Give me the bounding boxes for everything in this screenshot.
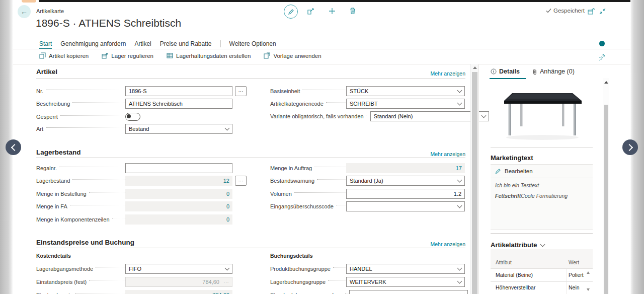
tab-artikel[interactable]: Artikel xyxy=(134,40,151,47)
product-image[interactable] xyxy=(498,82,586,143)
action-lager-regulieren[interactable]: Lager regulieren xyxy=(102,52,153,59)
pin-factbox-icon[interactable] xyxy=(598,53,606,61)
field-menge-in-fa: Menge in FA 0 xyxy=(36,201,247,211)
tab-genehmigung-anfordern[interactable]: Genehmigung anfordern xyxy=(60,40,126,47)
menge-in-auftrag-drilldown[interactable]: 17 xyxy=(346,163,465,173)
field-eingangsueberschusscode: Eingangsüberschusscode xyxy=(270,201,465,211)
attribute-row-name[interactable]: Material (Beine) xyxy=(496,272,533,278)
marketingtext-title: Marketingtext xyxy=(491,154,533,162)
factbox-tab-details[interactable]: Details xyxy=(491,68,520,75)
field-menge-in-auftrag: Menge in Auftrag 17 xyxy=(270,163,465,173)
share-button[interactable] xyxy=(307,8,315,15)
tab-start[interactable]: Start xyxy=(39,40,52,47)
basiseinheit-select[interactable]: STÜCK xyxy=(346,86,465,96)
artikelkategoriencode-select[interactable]: SCHREIBT xyxy=(346,99,465,109)
mehr-anzeigen-link-artikel[interactable]: Mehr anzeigen xyxy=(431,70,465,77)
attribute-row-value[interactable]: Nein xyxy=(569,284,580,290)
next-record-button[interactable] xyxy=(622,139,638,155)
open-in-window-button[interactable] xyxy=(588,8,595,15)
section-rule xyxy=(36,79,465,79)
attribute-row-value[interactable]: Poliert xyxy=(569,272,584,278)
bestandswarnung-select[interactable]: Standard (Ja) xyxy=(346,176,465,186)
regalnr-input[interactable] xyxy=(125,163,232,173)
info-icon xyxy=(491,68,497,75)
group-buchungsdetails: Buchungsdetails xyxy=(270,253,313,259)
scrollbar-thumb[interactable] xyxy=(472,72,477,294)
chevron-down-icon xyxy=(457,203,462,208)
new-button[interactable] xyxy=(328,7,336,15)
lagerbuchungsgruppe-select[interactable]: WEITERVERK xyxy=(346,277,465,287)
menge-in-bestellung-drilldown[interactable]: 0 xyxy=(125,189,232,199)
scroll-down-icon[interactable] xyxy=(587,288,590,291)
paperclip-icon xyxy=(532,68,537,75)
factbox-tab-anhaenge[interactable]: Anhänge (0) xyxy=(532,68,575,75)
volumen-input[interactable]: 1.2 xyxy=(346,189,465,199)
marketing-line-2: FettschriftCoole Formatierung xyxy=(495,193,568,199)
menge-in-fa-drilldown[interactable]: 0 xyxy=(125,201,232,211)
section-rule xyxy=(36,158,465,158)
chevron-down-icon xyxy=(481,113,486,118)
tab-weitere-optionen[interactable]: Weitere Optionen xyxy=(229,40,276,47)
mehr-anzeigen-link-einstandspreise[interactable]: Mehr anzeigen xyxy=(431,241,465,247)
scroll-up-icon[interactable] xyxy=(604,81,608,84)
artikelattribute-header[interactable]: Artikelattribute xyxy=(491,241,544,249)
scroll-up-icon[interactable] xyxy=(587,271,590,274)
beschreibung-input[interactable]: ATHENS Schreibtisch xyxy=(125,99,232,109)
nr-assist-button[interactable]: ··· xyxy=(235,86,247,96)
marketing-line-1: Ich bin ein Testtext xyxy=(495,182,539,188)
action-vorlage-anwenden[interactable]: Vorlage anwenden xyxy=(264,52,321,59)
chevron-down-icon xyxy=(460,292,465,294)
page-caption: Artikelkarte xyxy=(36,8,64,14)
field-gesperrt: Gesperrt xyxy=(36,112,247,122)
field-art: Art Bestand xyxy=(36,124,247,134)
field-artikelkategoriencode: Artikelkategoriencode SCHREIBT xyxy=(270,99,465,109)
chevron-down-icon xyxy=(225,126,230,131)
field-volumen: Volumen 1.2 xyxy=(270,189,465,199)
tab-preise-und-rabatte[interactable]: Preise und Rabatte xyxy=(160,40,212,47)
chevron-down-icon xyxy=(225,266,230,271)
field-lagerbestand: Lagerbestand 12 ··· xyxy=(36,176,247,186)
group-kostendetails: Kostendetails xyxy=(36,253,71,259)
stockkeeping-grid-icon xyxy=(167,52,173,59)
main-scrollbar[interactable] xyxy=(470,64,478,294)
standardabgrenzungsvorlage-select[interactable] xyxy=(349,290,468,294)
art-select[interactable]: Bestand xyxy=(125,124,232,134)
eingangsueberschusscode-select[interactable] xyxy=(346,201,465,211)
column-wert: Wert xyxy=(569,260,579,265)
lagerabgangsmethode-select[interactable]: FIFO xyxy=(125,264,232,274)
chevron-down-icon xyxy=(457,266,462,271)
field-basiseinheit: Basiseinheit STÜCK xyxy=(270,86,465,96)
chevron-down-icon xyxy=(457,101,462,106)
edit-button[interactable] xyxy=(284,5,298,19)
field-lagerabgangsmethode: Lagerabgangsmethode FIFO xyxy=(36,264,247,274)
field-variante-obligatorisch: Variante obligatorisch, falls vorhanden … xyxy=(270,111,465,121)
marketingtext-box: Bearbeiten Ich bin ein Testtext Fettschr… xyxy=(491,164,593,230)
field-produktbuchungsgruppe: Produktbuchungsgruppe HANDEL xyxy=(270,264,465,274)
lagerbestand-assist-button[interactable]: ··· xyxy=(235,176,247,186)
action-lagerhaltungsdaten-erstellen[interactable]: Lagerhaltungsdaten erstellen xyxy=(167,52,251,59)
chevron-down-icon xyxy=(540,242,545,247)
action-artikel-kopieren[interactable]: Artikel kopieren xyxy=(39,52,89,59)
lagerbestand-drilldown[interactable]: 12 xyxy=(125,176,232,186)
section-title-artikel: Artikel xyxy=(36,68,57,76)
attribute-row-name[interactable]: Höhenverstellbar xyxy=(496,284,535,290)
divider xyxy=(491,147,593,148)
panel-divider xyxy=(478,64,479,294)
einstandspreis-display: 784,60 xyxy=(125,290,232,294)
mehr-anzeigen-link-lagerbestand[interactable]: Mehr anzeigen xyxy=(431,151,465,157)
attention-indicator[interactable] xyxy=(599,41,605,46)
nr-input[interactable]: 1896-S xyxy=(125,86,232,96)
scrollbar-thumb[interactable] xyxy=(604,105,608,294)
gesperrt-toggle[interactable] xyxy=(125,113,140,121)
delete-button[interactable] xyxy=(349,7,356,15)
back-button[interactable]: ← xyxy=(18,5,31,18)
artikelattribute-table: Attribut Wert Material (Beine) Poliert H… xyxy=(491,249,593,294)
produktbuchungsgruppe-select[interactable]: HANDEL xyxy=(346,264,465,274)
save-status: Gespeichert xyxy=(546,8,585,14)
factbox-scrollbar[interactable] xyxy=(603,78,609,294)
menge-in-komponentenzeilen-drilldown[interactable]: 0 xyxy=(125,214,232,225)
scroll-up-icon[interactable] xyxy=(473,66,477,69)
previous-record-button[interactable] xyxy=(6,139,21,155)
bearbeiten-link[interactable]: Bearbeiten xyxy=(495,168,533,174)
collapse-view-button[interactable] xyxy=(599,8,606,15)
